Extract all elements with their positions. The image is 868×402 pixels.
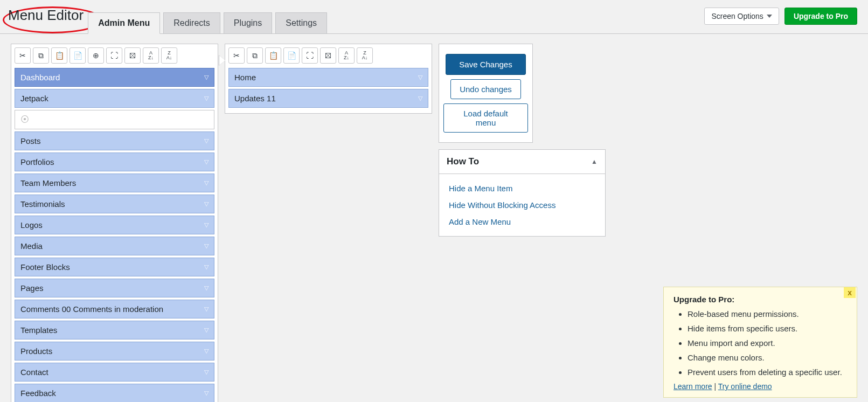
- upgrade-promo-box: x Upgrade to Pro: Role-based menu permis…: [663, 287, 857, 398]
- delete-button[interactable]: ⛝: [124, 47, 141, 64]
- submenu-item-label: Updates 11: [234, 94, 276, 103]
- new-item-button[interactable]: 📄: [70, 47, 86, 64]
- collapse-icon: ▲: [591, 158, 598, 165]
- menu-item-label: Posts: [20, 136, 41, 145]
- upgrade-feature-item: Menu import and export.: [688, 338, 847, 348]
- expand-icon[interactable]: ▽: [418, 74, 422, 81]
- expand-icon[interactable]: ▽: [204, 158, 209, 165]
- tab-plugins[interactable]: Plugins: [224, 12, 272, 33]
- save-button[interactable]: Save Changes: [446, 54, 525, 75]
- new-separator-button[interactable]: ⊕: [88, 47, 104, 64]
- expand-icon[interactable]: ▽: [418, 95, 422, 102]
- menu-item[interactable]: Feedback▽: [15, 384, 214, 402]
- main-menu-list: Dashboard▽Jetpack▽⦿Posts▽Portfolios▽Team…: [15, 68, 214, 402]
- menu-item-label: Pages: [20, 283, 44, 293]
- sub-menu-panel: ✂ ⧉ 📋 📄 ⛶ ⛝ AZ↓ ZA↓ Home▽Updates 11▽: [225, 44, 432, 114]
- howto-link[interactable]: Hide Without Blocking Access: [449, 200, 595, 210]
- menu-item[interactable]: Products▽: [15, 342, 214, 361]
- menu-item[interactable]: Dashboard▽: [15, 68, 214, 87]
- howto-links: Hide a Menu ItemHide Without Blocking Ac…: [439, 174, 605, 236]
- page-title: Menu Editor: [8, 7, 84, 33]
- menu-item-label: Footer Blocks: [20, 262, 70, 272]
- expand-icon[interactable]: ▽: [204, 348, 209, 355]
- menu-item[interactable]: Pages▽: [15, 279, 214, 297]
- menu-item[interactable]: Portfolios▽: [15, 153, 214, 171]
- undo-button[interactable]: Undo changes: [450, 79, 521, 99]
- toggle-visibility-button[interactable]: ⛶: [106, 47, 122, 64]
- sort-za-button[interactable]: ZA↓: [161, 47, 177, 64]
- menu-item[interactable]: Posts▽: [15, 131, 214, 150]
- sub-toolbar: ✂ ⧉ 📋 📄 ⛶ ⛝ AZ↓ ZA↓: [228, 47, 428, 64]
- close-icon[interactable]: x: [844, 287, 856, 298]
- upgrade-feature-item: Hide items from specific users.: [688, 324, 847, 333]
- menu-item[interactable]: Logos▽: [15, 216, 214, 234]
- menu-item-label: Portfolios: [20, 157, 54, 167]
- expand-icon[interactable]: ▽: [204, 390, 209, 397]
- sort-az-button[interactable]: AZ↓: [338, 47, 355, 64]
- toggle-visibility-button[interactable]: ⛶: [302, 47, 318, 64]
- paste-button[interactable]: 📋: [51, 47, 67, 64]
- tab-redirects[interactable]: Redirects: [163, 12, 220, 33]
- expand-icon[interactable]: ▽: [204, 179, 209, 186]
- screen-options-button[interactable]: Screen Options: [704, 8, 779, 25]
- sort-za-button[interactable]: ZA↓: [357, 47, 373, 64]
- delete-button[interactable]: ⛝: [320, 47, 336, 64]
- menu-item[interactable]: Team Members▽: [15, 174, 214, 192]
- drag-handle-icon: ⦿: [20, 115, 29, 124]
- header-right: Screen Options Upgrade to Pro: [704, 8, 857, 33]
- menu-item[interactable]: Testimonials▽: [15, 195, 214, 213]
- paste-button[interactable]: 📋: [265, 47, 281, 64]
- expand-icon[interactable]: ▽: [204, 369, 209, 376]
- menu-item[interactable]: Comments 00 Comments in moderation▽: [15, 300, 214, 318]
- menu-separator[interactable]: ⦿: [15, 110, 214, 129]
- expand-icon[interactable]: ▽: [204, 285, 209, 292]
- howto-header[interactable]: How To ▲: [439, 150, 605, 174]
- menu-item-label: Contact: [20, 368, 48, 377]
- load-default-button[interactable]: Load default menu: [443, 103, 528, 133]
- actions-panel: Save Changes Undo changes Load default m…: [439, 44, 533, 143]
- upgrade-feature-item: Change menu colors.: [688, 353, 847, 362]
- menu-item-label: Team Members: [20, 178, 76, 188]
- chevron-down-icon: [767, 15, 772, 18]
- menu-item-label: Dashboard: [20, 73, 60, 82]
- new-item-button[interactable]: 📄: [283, 47, 300, 64]
- expand-icon[interactable]: ▽: [204, 264, 209, 271]
- menu-item[interactable]: Templates▽: [15, 321, 214, 339]
- expand-icon[interactable]: ▽: [204, 221, 209, 228]
- expand-icon[interactable]: ▽: [204, 137, 209, 144]
- tab-admin-menu[interactable]: Admin Menu: [88, 12, 160, 34]
- cut-button[interactable]: ✂: [228, 47, 245, 64]
- howto-link[interactable]: Hide a Menu Item: [449, 184, 595, 193]
- menu-item[interactable]: Media▽: [15, 237, 214, 255]
- learn-more-link[interactable]: Learn more: [673, 382, 712, 391]
- cut-button[interactable]: ✂: [15, 47, 31, 64]
- menu-item-label: Comments 00 Comments in moderation: [20, 304, 163, 314]
- menu-item[interactable]: Jetpack▽: [15, 89, 214, 108]
- side-column: Save Changes Undo changes Load default m…: [439, 44, 606, 237]
- menu-item-label: Logos: [20, 220, 43, 230]
- copy-button[interactable]: ⧉: [33, 47, 49, 64]
- try-demo-link[interactable]: Try online demo: [718, 382, 772, 391]
- menu-item-label: Media: [20, 241, 43, 251]
- expand-icon[interactable]: ▽: [204, 242, 209, 249]
- expand-icon[interactable]: ▽: [204, 95, 209, 102]
- expand-icon[interactable]: ▽: [204, 327, 209, 334]
- howto-link[interactable]: Add a New Menu: [449, 217, 595, 226]
- main-menu-panel: ✂ ⧉ 📋 📄 ⊕ ⛶ ⛝ AZ↓ ZA↓ Dashboard▽Jetpack▽…: [11, 44, 218, 402]
- expand-icon[interactable]: ▽: [204, 306, 209, 313]
- menu-item-label: Templates: [20, 325, 57, 335]
- submenu-item[interactable]: Updates 11▽: [228, 89, 428, 108]
- submenu-item-label: Home: [234, 73, 256, 82]
- copy-button[interactable]: ⧉: [247, 47, 263, 64]
- tab-settings[interactable]: Settings: [275, 12, 327, 33]
- menu-item[interactable]: Contact▽: [15, 363, 214, 382]
- menu-item-label: Feedback: [20, 389, 56, 398]
- sort-az-button[interactable]: AZ↓: [143, 47, 159, 64]
- menu-item-label: Testimonials: [20, 199, 65, 209]
- menu-item[interactable]: Footer Blocks▽: [15, 258, 214, 276]
- expand-icon[interactable]: ▽: [204, 200, 209, 207]
- link-separator: |: [712, 382, 718, 391]
- expand-icon[interactable]: ▽: [204, 74, 209, 81]
- upgrade-pro-button[interactable]: Upgrade to Pro: [784, 8, 857, 25]
- submenu-item[interactable]: Home▽: [228, 68, 428, 87]
